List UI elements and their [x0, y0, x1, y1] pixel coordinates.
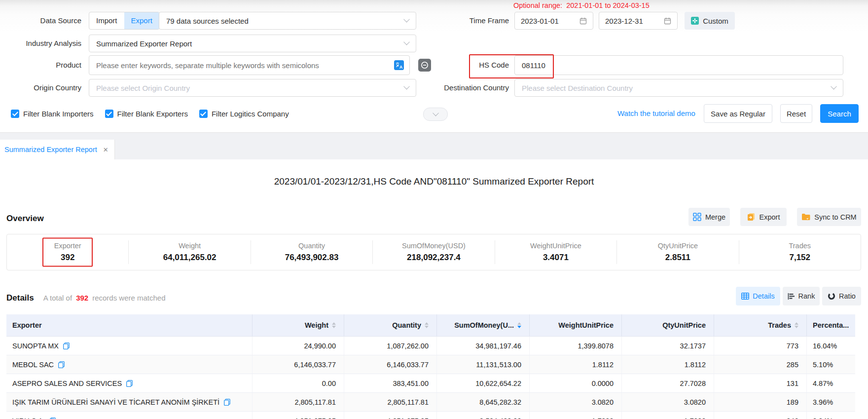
- column-header-quantity[interactable]: Quantity: [344, 314, 437, 336]
- close-icon[interactable]: ✕: [103, 146, 108, 153]
- trades-cell: 246: [714, 412, 807, 419]
- search-button[interactable]: Search: [820, 104, 859, 123]
- hs-code-input[interactable]: 081110: [514, 55, 843, 75]
- quantity-cell: 1,087,262.00: [344, 337, 437, 355]
- sync-to-crm-label: Sync to CRM: [814, 213, 856, 221]
- rank-icon: [788, 293, 795, 300]
- column-header-trades[interactable]: Trades: [714, 314, 807, 336]
- chevron-down-icon: [403, 16, 410, 23]
- data-source-toggle: Import Export: [89, 12, 160, 30]
- import-toggle[interactable]: Import: [89, 12, 124, 29]
- percentage-cell: 4.87%: [807, 374, 855, 392]
- table-row: MEBOL SAC6,146,033.776,146,033.7711,131,…: [6, 355, 855, 374]
- sort-carets-icon[interactable]: [795, 322, 798, 328]
- copy-icon[interactable]: [58, 361, 65, 368]
- sync-to-crm-button[interactable]: Sync to CRM: [797, 208, 861, 226]
- export-toggle[interactable]: Export: [124, 12, 159, 29]
- details-header: Details A total of 392 records were matc…: [6, 287, 861, 305]
- tab-summarized-exporter-report[interactable]: Summarized Exporter Report ✕: [0, 140, 115, 159]
- merge-icon: [693, 213, 701, 221]
- sort-carets-icon[interactable]: [425, 322, 429, 328]
- origin-country-select[interactable]: Please select Origin Country: [89, 79, 416, 97]
- column-label: Weight: [305, 321, 328, 329]
- data-sources-select[interactable]: 79 data sources selected: [159, 12, 416, 30]
- qty_unit_price-cell: 1.7338: [622, 412, 714, 419]
- quantity-cell: 6,146,033.77: [344, 355, 437, 374]
- industry-analysis-select[interactable]: Summarized Exporter Report: [89, 35, 416, 52]
- exporter-name: VIRU S.A.: [12, 417, 45, 419]
- ratio-icon: [828, 292, 835, 300]
- exporter-name: ASEPRO SALES AND SERVICES: [12, 380, 122, 387]
- date-end-input[interactable]: 2023-12-31: [599, 12, 678, 30]
- column-header-sum_of_money[interactable]: SumOfMoney(U...: [437, 314, 530, 336]
- merge-label: Merge: [705, 213, 725, 221]
- stat-exporter: Exporter 392: [7, 240, 129, 264]
- percentage-cell: 3.94%: [807, 412, 855, 419]
- view-details-button[interactable]: Details: [736, 287, 780, 305]
- date-start-input[interactable]: 2023-01-01: [514, 12, 593, 30]
- view-details-label: Details: [753, 292, 774, 300]
- column-label: Exporter: [12, 321, 42, 329]
- stat-trades: Trades 7,152: [739, 240, 861, 264]
- checkbox-filter-logitics-company[interactable]: Filter Logitics Company: [199, 110, 289, 118]
- qty_unit_price-cell: 27.7028: [622, 374, 714, 392]
- weight_unit_price-cell: 1,399.8078: [530, 337, 622, 355]
- weight_unit_price-cell: 3.0820: [530, 393, 622, 411]
- merge-button[interactable]: Merge: [688, 208, 730, 226]
- copy-icon[interactable]: [224, 399, 230, 406]
- view-rank-button[interactable]: Rank: [783, 287, 820, 305]
- column-label: QtyUnitPrice: [662, 321, 706, 329]
- copy-icon[interactable]: [49, 418, 56, 419]
- collapse-filters-button[interactable]: [423, 108, 448, 121]
- exporter-cell: MEBOL SAC: [6, 355, 253, 374]
- sum_of_money-cell: 10,622,654.22: [437, 374, 530, 392]
- exporter-cell: ASEPRO SALES AND SERVICES: [6, 374, 253, 392]
- export-button[interactable]: Export: [740, 208, 787, 226]
- view-ratio-button[interactable]: Ratio: [822, 287, 861, 305]
- product-label: Product: [0, 55, 81, 75]
- exporter-cell: IŞIK TARIM ÜRÜNLERİ SANAYİ VE TİCARET AN…: [6, 393, 253, 411]
- checkbox-checked-icon: [105, 110, 113, 118]
- checkbox-filter-blank-exporters[interactable]: Filter Blank Exporters: [105, 110, 188, 118]
- trades-cell: 285: [714, 355, 807, 374]
- product-keywords-input[interactable]: [89, 55, 410, 75]
- svg-text:A: A: [399, 65, 402, 70]
- save-as-regular-button[interactable]: Save as Regular: [704, 104, 772, 123]
- quantity-cell: 383,451.00: [344, 374, 437, 392]
- copy-icon[interactable]: [126, 380, 133, 387]
- percentage-cell: 16.04%: [807, 337, 855, 355]
- chevron-down-icon: [403, 39, 410, 45]
- trades-cell: 189: [714, 393, 807, 411]
- reset-button[interactable]: Reset: [780, 104, 812, 123]
- column-label: Quantity: [392, 321, 421, 329]
- weight-cell: 2,805,117.81: [253, 393, 344, 411]
- origin-country-label: Origin Country: [0, 79, 81, 97]
- weight-cell: 24,990.00: [253, 337, 344, 355]
- sort-carets-icon[interactable]: [517, 322, 521, 328]
- sort-carets-icon[interactable]: [332, 322, 336, 328]
- optional-range-note: Optional range: 2021-01-01 to 2024-03-15: [513, 1, 650, 9]
- custom-range-button[interactable]: Custom: [685, 12, 735, 30]
- date-end-value: 2023-12-31: [605, 17, 643, 25]
- copy-icon[interactable]: [63, 343, 70, 349]
- overview-heading: Overview: [6, 214, 44, 224]
- column-header-weight[interactable]: Weight: [253, 314, 344, 336]
- weight-cell: 4,951,275.05: [253, 412, 344, 419]
- translate-icon[interactable]: A: [394, 60, 404, 72]
- stat-sum-of-money: SumOfMoney(USD) 218,092,237.4: [373, 240, 495, 264]
- exact-match-icon[interactable]: [418, 59, 431, 74]
- optional-range-value: 2021-01-01 to 2024-03-15: [566, 1, 650, 9]
- sum_of_money-cell: 8,645,282.32: [437, 393, 530, 411]
- table-row: VIRU S.A.4,951,275.054,951,275.058,584,4…: [6, 412, 855, 419]
- column-label: Trades: [768, 321, 791, 329]
- destination-country-select[interactable]: Please select Destination Country: [514, 79, 843, 97]
- page-title: 2023/01/01-2023/12/31,HS Code AND"081110…: [0, 176, 868, 187]
- sum_of_money-cell: 11,131,513.00: [437, 355, 530, 374]
- trades-cell: 773: [714, 337, 807, 355]
- hs-code-label: HS Code: [434, 55, 509, 75]
- tutorial-demo-link[interactable]: Watch the tutorial demo: [617, 104, 695, 123]
- filter-panel: Optional range: 2021-01-01 to 2024-03-15…: [0, 0, 868, 132]
- export-label: Export: [760, 213, 780, 221]
- exporter-cell: SUNOPTA MX: [6, 337, 253, 355]
- checkbox-filter-blank-importers[interactable]: Filter Blank Importers: [11, 110, 94, 118]
